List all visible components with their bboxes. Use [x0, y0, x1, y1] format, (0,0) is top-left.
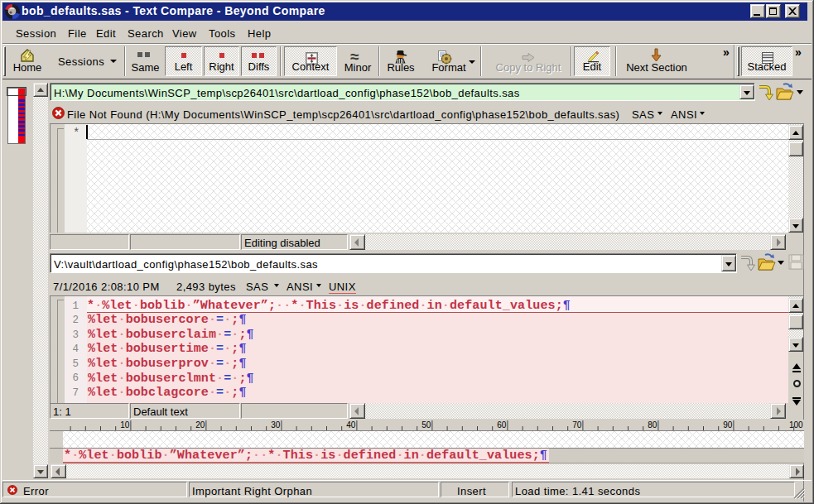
svg-text:70: 70: [572, 420, 582, 430]
svg-text:50: 50: [421, 420, 431, 430]
svg-text:80: 80: [648, 420, 657, 430]
svg-text:100: 100: [789, 420, 803, 430]
svg-text:10: 10: [120, 420, 130, 430]
svg-text:30: 30: [271, 420, 281, 430]
svg-text:60: 60: [497, 420, 507, 430]
svg-text:90: 90: [723, 420, 733, 430]
svg-text:20: 20: [195, 420, 205, 430]
svg-text:40: 40: [346, 420, 356, 430]
